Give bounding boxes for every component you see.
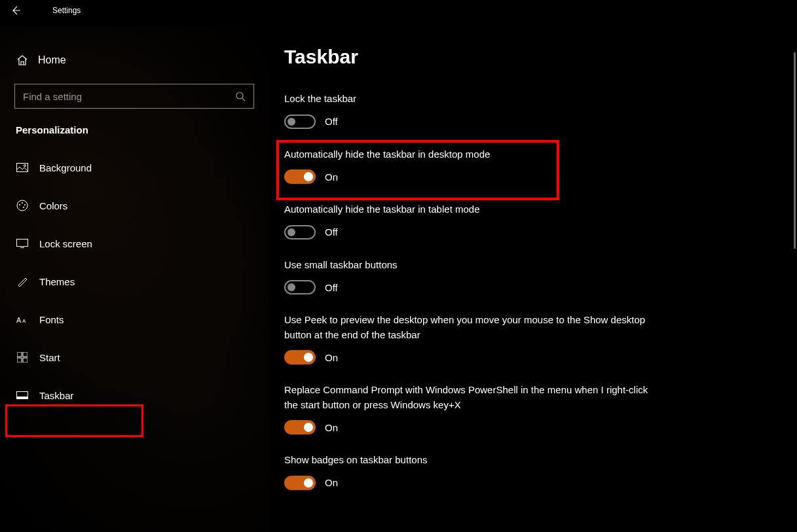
sidebar-item-label: Lock screen: [39, 238, 92, 249]
setting-autohide-desktop: Automatically hide the taskbar in deskto…: [284, 147, 651, 185]
toggle-state: On: [325, 422, 338, 433]
taskbar-icon: [16, 391, 29, 399]
toggle-state: On: [325, 477, 338, 488]
setting-small-buttons: Use small taskbar buttons Off: [284, 258, 651, 295]
toggle-state: Off: [325, 226, 338, 238]
sidebar: Home Personalization Background Colors L…: [0, 26, 269, 532]
setting-label: Automatically hide the taskbar in tablet…: [284, 202, 651, 217]
svg-point-6: [22, 202, 23, 204]
grid-icon: [16, 352, 29, 363]
sidebar-item-start[interactable]: Start: [0, 342, 269, 372]
sidebar-item-label: Fonts: [39, 314, 64, 325]
search-icon: [235, 91, 246, 101]
toggle-powershell[interactable]: [284, 420, 316, 434]
setting-label: Show badges on taskbar buttons: [284, 453, 651, 468]
sidebar-item-taskbar[interactable]: Taskbar: [0, 380, 269, 410]
toggle-badges[interactable]: [284, 476, 316, 490]
main-content: Taskbar Lock the taskbar Off Automatical…: [269, 0, 797, 532]
page-title: Taskbar: [284, 46, 797, 68]
back-button[interactable]: [0, 0, 31, 21]
toggle-autohide-desktop[interactable]: [284, 169, 316, 184]
svg-rect-14: [17, 358, 22, 363]
svg-point-7: [24, 204, 26, 205]
setting-label: Replace Command Prompt with Windows Powe…: [284, 383, 651, 412]
sidebar-item-themes[interactable]: Themes: [0, 266, 269, 296]
svg-text:A: A: [16, 316, 22, 324]
monitor-icon: [16, 239, 29, 248]
toggle-state: Off: [325, 116, 338, 127]
palette-icon: [16, 200, 29, 211]
svg-rect-12: [17, 352, 22, 357]
svg-point-8: [23, 207, 24, 208]
picture-icon: [16, 163, 29, 172]
setting-label: Lock the taskbar: [284, 92, 651, 107]
sidebar-item-label: Start: [39, 352, 60, 363]
font-icon: AA: [16, 315, 29, 324]
home-icon: [16, 54, 29, 66]
setting-autohide-tablet: Automatically hide the taskbar in tablet…: [284, 202, 651, 239]
arrow-left-icon: [10, 5, 21, 16]
setting-badges: Show badges on taskbar buttons On: [284, 453, 651, 490]
setting-peek-preview: Use Peek to preview the desktop when you…: [284, 313, 651, 364]
scrollbar[interactable]: [794, 52, 796, 249]
svg-rect-17: [17, 397, 28, 399]
toggle-state: Off: [325, 282, 338, 293]
toggle-small-buttons[interactable]: [284, 280, 316, 294]
window-title: Settings: [52, 6, 81, 15]
search-box[interactable]: [14, 84, 254, 109]
toggle-autohide-tablet[interactable]: [284, 225, 316, 239]
svg-rect-9: [17, 239, 28, 247]
setting-lock-taskbar: Lock the taskbar Off: [284, 92, 651, 129]
toggle-peek-preview[interactable]: [284, 350, 316, 364]
toggle-state: On: [325, 352, 338, 363]
toggle-lock-taskbar[interactable]: [284, 115, 316, 129]
sidebar-item-label: Themes: [39, 276, 75, 287]
sidebar-item-background[interactable]: Background: [0, 152, 269, 183]
brush-icon: [16, 275, 29, 287]
section-title: Personalization: [0, 124, 269, 135]
sidebar-item-label: Background: [39, 162, 92, 173]
sidebar-item-fonts[interactable]: AA Fonts: [0, 304, 269, 334]
svg-rect-15: [23, 358, 28, 363]
svg-point-3: [24, 165, 26, 167]
search-input[interactable]: [23, 91, 235, 102]
svg-point-4: [17, 200, 28, 211]
setting-label: Use small taskbar buttons: [284, 258, 651, 273]
svg-rect-2: [17, 164, 28, 172]
home-nav[interactable]: Home: [0, 46, 269, 75]
svg-rect-13: [23, 352, 28, 357]
sidebar-item-lock-screen[interactable]: Lock screen: [0, 228, 269, 258]
setting-label: Use Peek to preview the desktop when you…: [284, 313, 651, 342]
setting-powershell: Replace Command Prompt with Windows Powe…: [284, 383, 651, 434]
svg-point-5: [19, 204, 20, 205]
svg-text:A: A: [22, 318, 26, 324]
svg-point-1: [236, 92, 243, 99]
sidebar-item-label: Colors: [39, 200, 67, 211]
toggle-state: On: [325, 171, 338, 183]
home-label: Home: [38, 54, 66, 66]
setting-label: Automatically hide the taskbar in deskto…: [284, 147, 651, 162]
sidebar-item-label: Taskbar: [39, 390, 74, 401]
sidebar-item-colors[interactable]: Colors: [0, 190, 269, 221]
